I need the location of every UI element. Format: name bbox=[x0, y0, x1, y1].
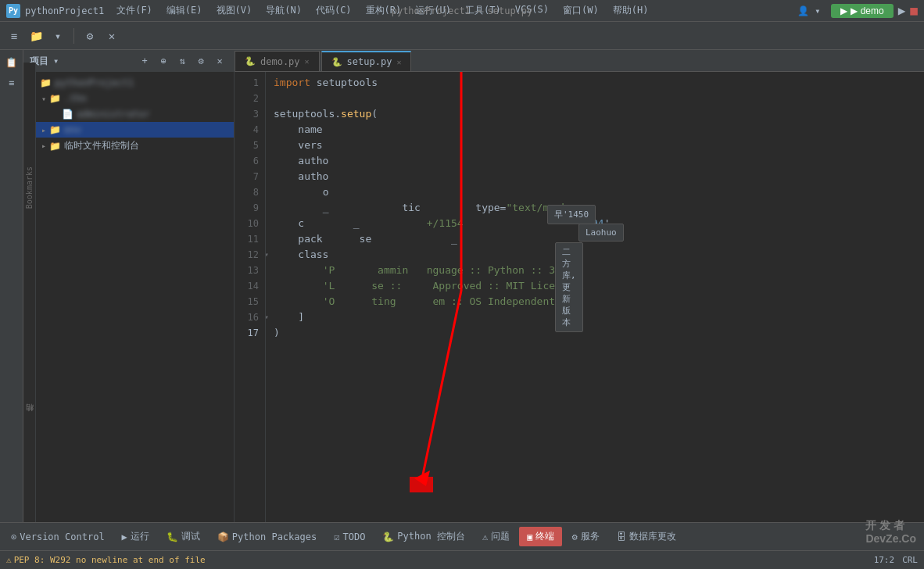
packages-icon: 📦 bbox=[217, 531, 229, 542]
status-position: 17:2 bbox=[874, 555, 895, 565]
tree-icon-temp: 📁 bbox=[48, 140, 61, 152]
code-line-10: c _ +/1154 94', bbox=[274, 216, 916, 231]
problems-icon: ⚠ bbox=[482, 531, 488, 542]
db-label: 数据库更改 bbox=[629, 530, 676, 543]
project-sort-icon[interactable]: ⇅ bbox=[174, 53, 190, 69]
menu-help[interactable]: 帮助(H) bbox=[607, 2, 655, 19]
menu-code[interactable]: 代码(C) bbox=[310, 2, 358, 19]
bottom-tab-todo[interactable]: ☑ TODO bbox=[326, 528, 373, 546]
bookmarks-label[interactable]: Bookmarks bbox=[25, 166, 34, 209]
tab-demo-close[interactable]: ✕ bbox=[305, 57, 310, 66]
tree-icon-env: 📁 bbox=[48, 123, 61, 136]
run-button[interactable]: ▶ ▶ demo bbox=[831, 4, 893, 18]
project-header-actions: + ⊕ ⇅ ⚙ ✕ bbox=[137, 53, 227, 69]
project-filter-icon[interactable]: ⊕ bbox=[156, 53, 171, 69]
line-num-2: 2 bbox=[241, 91, 259, 106]
code-line-15: 'O ting em :: OS Independent', bbox=[274, 294, 916, 310]
bottom-tab-packages[interactable]: 📦 Python Packages bbox=[210, 528, 324, 546]
status-warning-text: PEP 8: W292 no newline at end of file bbox=[14, 555, 206, 565]
toolbar-menu-icon[interactable]: ≡ bbox=[5, 27, 23, 45]
bottom-tab-vcs[interactable]: ⊙ Version Control bbox=[3, 528, 113, 546]
tree-label-admin: administrator bbox=[77, 109, 150, 120]
line-num-9: 9 bbox=[241, 200, 259, 216]
run-icon: ▶ bbox=[840, 5, 847, 16]
menu-window[interactable]: 窗口(W) bbox=[557, 2, 605, 19]
watermark: 开 发 者 DevZe.Co bbox=[865, 519, 916, 546]
tree-arrow-admin bbox=[52, 109, 61, 119]
toolbar-settings-icon[interactable]: ⚙ bbox=[81, 27, 99, 45]
tree-label-root: pythonProject1 bbox=[55, 77, 134, 88]
code-line-6: autho bbox=[274, 153, 916, 169]
code-line-2 bbox=[274, 91, 916, 106]
bottom-tab-debug[interactable]: 🐛 调试 bbox=[159, 527, 208, 546]
bottom-tab-problems[interactable]: ⚠ 问题 bbox=[475, 527, 518, 546]
tab-demo-icon: 🐍 bbox=[245, 56, 256, 66]
services-icon: ⚙ bbox=[571, 531, 577, 542]
user-button[interactable]: 👤 ▾ bbox=[791, 4, 826, 18]
bottom-tab-services[interactable]: ⚙ 服务 bbox=[564, 527, 607, 546]
console-label: Python 控制台 bbox=[397, 530, 465, 543]
editor[interactable]: 1 2 3 4 5 6 7 8 9 10 11 12 13 14 15 16 1… bbox=[235, 72, 924, 522]
bottom-tab-run[interactable]: ▶ 运行 bbox=[114, 527, 157, 546]
project-panel: 项目 ▾ + ⊕ ⇅ ⚙ ✕ ▾ 📁 pythonProject1 ▾ 📁 .t… bbox=[23, 50, 235, 522]
bottom-tab-terminal[interactable]: ▣ 终端 bbox=[519, 527, 562, 546]
toolbar-folder-icon[interactable]: 📁 bbox=[27, 27, 45, 45]
bottom-tab-console[interactable]: 🐍 Python 控制台 bbox=[374, 527, 473, 546]
window-title: pythonProject1 – setup.py bbox=[392, 5, 533, 16]
tree-item-thn[interactable]: ▾ 📁 .thn bbox=[23, 91, 234, 106]
tab-setup[interactable]: 🐍 setup.py ✕ bbox=[321, 51, 412, 71]
toolbar-close-icon[interactable]: ✕ bbox=[102, 27, 121, 45]
line-num-15: 15 bbox=[241, 294, 259, 310]
tree-item-temp[interactable]: ▸ 📁 临时文件和控制台 bbox=[23, 138, 234, 154]
run-label: ▶ demo bbox=[851, 5, 883, 16]
tab-setup-close[interactable]: ✕ bbox=[396, 58, 401, 66]
line-num-8: 8 bbox=[241, 184, 259, 200]
line-num-4: 4 bbox=[241, 122, 259, 138]
project-add-icon[interactable]: + bbox=[137, 53, 152, 69]
line-num-13: 13 bbox=[241, 263, 259, 278]
menu-file[interactable]: 文件(F) bbox=[110, 2, 159, 19]
project-settings-icon[interactable]: ⚙ bbox=[193, 53, 209, 69]
status-encoding: CRL bbox=[902, 555, 918, 565]
todo-label: TODO bbox=[342, 531, 365, 542]
db-icon: 🗄 bbox=[617, 531, 626, 542]
code-line-4: name bbox=[274, 122, 916, 138]
toolbar-dropdown-icon[interactable]: ▾ bbox=[48, 27, 67, 45]
vcs-icon: ⊙ bbox=[11, 531, 16, 542]
menu-navigate[interactable]: 导航(N) bbox=[260, 2, 308, 19]
line-num-17: 17 bbox=[241, 325, 259, 341]
tree-arrow-thn: ▾ bbox=[39, 94, 48, 103]
project-collapse-icon[interactable]: ✕ bbox=[212, 53, 227, 69]
tree-arrow-temp: ▸ bbox=[39, 141, 48, 151]
project-dropdown-icon[interactable]: ▾ bbox=[53, 55, 59, 66]
code-area[interactable]: import setuptools setuptools.setup( name… bbox=[266, 72, 924, 522]
bottom-tab-db[interactable]: 🗄 数据库更改 bbox=[609, 527, 684, 546]
tab-demo[interactable]: 🐍 demo.py ✕ bbox=[235, 51, 320, 71]
tab-demo-label: demo.py bbox=[260, 56, 300, 67]
line-num-3: 3 bbox=[241, 106, 259, 122]
tab-setup-label: setup.py bbox=[347, 56, 392, 67]
line-num-10: 10 bbox=[241, 216, 259, 231]
menu-edit[interactable]: 编辑(E) bbox=[160, 2, 209, 19]
todo-icon: ☑ bbox=[334, 531, 339, 542]
warning-icon: ⚠ bbox=[6, 555, 12, 565]
run-tab-label: 运行 bbox=[131, 530, 149, 543]
sidebar: 📋 ≡ bbox=[0, 50, 23, 522]
code-line-16: ▾ ] bbox=[274, 310, 916, 325]
sidebar-project-icon[interactable]: 📋 bbox=[2, 53, 21, 72]
code-line-12: ▾ class bbox=[274, 247, 916, 263]
code-line-3: setuptools.setup( bbox=[274, 106, 916, 122]
line-numbers: 1 2 3 4 5 6 7 8 9 10 11 12 13 14 15 16 1… bbox=[235, 72, 266, 522]
stop-icon[interactable]: ■ bbox=[910, 3, 918, 18]
app-icon: Py bbox=[6, 4, 20, 18]
vcs-label: Version Control bbox=[20, 531, 104, 542]
sidebar-structure-icon[interactable]: ≡ bbox=[2, 73, 21, 92]
menu-view[interactable]: 视图(V) bbox=[210, 2, 259, 19]
line-num-11: 11 bbox=[241, 231, 259, 247]
tree-item-env[interactable]: ▸ 📁 env bbox=[23, 122, 234, 138]
tree-item-root[interactable]: ▾ 📁 pythonProject1 bbox=[23, 75, 234, 91]
run-green-icon[interactable]: ▶ bbox=[898, 3, 906, 18]
bookmarks-panel: Bookmarks 结构 bbox=[23, 63, 36, 522]
editor-container: 🐍 demo.py ✕ 🐍 setup.py ✕ 1 2 3 4 5 6 7 8 bbox=[235, 50, 924, 522]
tree-item-admin[interactable]: 📄 administrator bbox=[23, 106, 234, 122]
